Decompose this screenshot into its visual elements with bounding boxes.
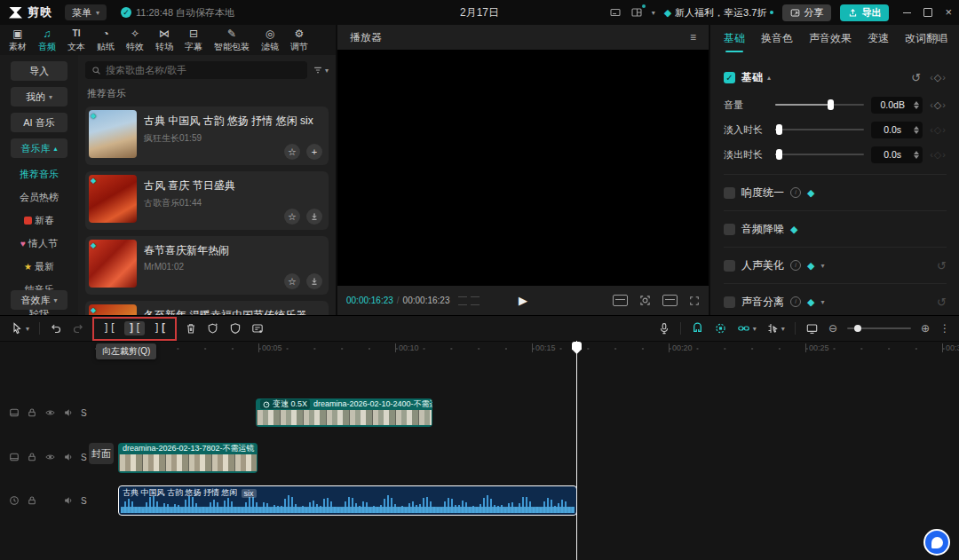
video-clip-overlay[interactable]: 变速 0.5X dreamina-2026-02-10-2400-不需运镜，微风… <box>256 398 432 427</box>
music-card[interactable]: ◆ 古典 中国风 古韵 悠扬 抒情 悠闲 six 疯狂生长01:59 ☆ + <box>85 106 329 165</box>
help-assistant-button[interactable] <box>923 529 950 556</box>
sidebar-mine-button[interactable]: 我的▾ <box>11 87 67 106</box>
voice-beautify-checkbox[interactable] <box>724 260 735 272</box>
tab-transitions[interactable]: ⋈转场 <box>155 28 173 53</box>
redo-button[interactable] <box>72 322 84 335</box>
auto-snap-button[interactable] <box>714 322 727 335</box>
minimize-button[interactable] <box>903 12 911 13</box>
chevron-down-icon[interactable]: ▾ <box>652 9 655 17</box>
eye-icon[interactable] <box>44 452 56 462</box>
voice-separation-checkbox[interactable] <box>724 296 735 308</box>
share-button[interactable]: 分享 <box>782 4 831 21</box>
keyframe-control[interactable]: ‹◇› <box>930 149 947 161</box>
speaker-icon[interactable] <box>63 407 74 418</box>
tab-effects[interactable]: ✧特效 <box>126 28 144 53</box>
sidebar-music-library-button[interactable]: 音乐库▴ <box>11 138 67 158</box>
focus-frame-icon[interactable] <box>639 295 651 306</box>
linkage-button[interactable]: ▾ <box>737 322 757 335</box>
speaker-icon[interactable] <box>63 495 74 506</box>
download-button[interactable] <box>306 273 322 289</box>
fullscreen-icon[interactable] <box>689 296 700 306</box>
stepper-icon[interactable] <box>914 126 923 134</box>
filter-button[interactable]: ▾ <box>313 65 329 75</box>
trim-left-button[interactable]: ][ <box>124 321 144 335</box>
fade-out-value[interactable]: 0.0s <box>871 146 923 163</box>
sidebar-sound-effects-button[interactable]: 音效库▾ <box>11 290 67 310</box>
select-tool-button[interactable]: ▾ <box>11 322 29 335</box>
info-icon[interactable]: i <box>790 260 801 271</box>
keyframe-control[interactable]: ‹◇› <box>930 99 947 111</box>
delete-button[interactable] <box>185 322 197 335</box>
reset-icon[interactable]: ↺ <box>911 71 921 84</box>
tab-stickers[interactable]: ◔贴纸 <box>97 28 115 53</box>
player-menu-icon[interactable]: ≡ <box>690 31 696 43</box>
volume-slider[interactable] <box>775 104 864 106</box>
stepper-icon[interactable] <box>914 101 923 109</box>
favorite-star-button[interactable]: ☆ <box>284 144 300 160</box>
preview-quality-icon[interactable] <box>613 295 628 306</box>
fade-in-slider[interactable] <box>775 129 864 130</box>
fade-in-value[interactable]: 0.0s <box>871 122 923 138</box>
inspector-tab-lyrics-cover[interactable]: 改词翻唱 <box>905 31 947 46</box>
tab-adjust[interactable]: ⚙调节 <box>290 28 308 53</box>
denoise-checkbox[interactable] <box>724 224 735 235</box>
lock-icon[interactable] <box>27 452 37 462</box>
project-title[interactable]: 2月17日 <box>460 5 499 20</box>
playhead[interactable] <box>576 341 577 560</box>
reset-icon[interactable]: ↺ <box>937 259 947 272</box>
maximize-button[interactable] <box>923 8 932 17</box>
lock-icon[interactable] <box>27 495 37 506</box>
export-button[interactable]: 导出 <box>840 4 889 21</box>
record-mic-button[interactable] <box>658 322 670 335</box>
subtitle-panel-icon[interactable] <box>609 6 622 19</box>
timeline-ruler[interactable]: 00:05 00:10 00:15 00:20 00:25 00:30 <box>89 341 959 356</box>
aspect-ratio-icon[interactable] <box>662 295 678 306</box>
menu-button[interactable]: 菜单 ▾ <box>65 4 107 20</box>
reset-icon[interactable]: ↺ <box>937 296 947 309</box>
mask-shield-button[interactable] <box>229 322 242 335</box>
loudness-checkbox[interactable] <box>724 187 735 199</box>
trim-right-button[interactable]: ][ <box>150 321 170 335</box>
sidebar-item-newest[interactable]: ★最新 <box>0 260 78 273</box>
keyframe-control[interactable]: ‹◇› <box>930 72 947 83</box>
basic-section-checkbox[interactable]: ✓ <box>724 72 735 83</box>
close-button[interactable]: × <box>945 8 952 17</box>
zoom-in-button[interactable]: ⊕ <box>921 322 930 335</box>
search-input[interactable]: 搜索歌曲名称/歌手 <box>85 61 307 79</box>
sidebar-item-member-hot[interactable]: 会员热榜 <box>0 191 78 204</box>
tab-smart-package[interactable]: ✎智能包装 <box>214 28 250 53</box>
trim-mode-button[interactable]: ▾ <box>766 322 785 335</box>
fade-out-slider[interactable] <box>775 154 864 155</box>
more-options-button[interactable]: ⋮ <box>939 322 950 335</box>
collapse-icon[interactable]: ▴ <box>767 74 771 82</box>
chevron-down-icon[interactable]: ▾ <box>820 298 824 306</box>
split-button[interactable]: ][ <box>99 321 119 335</box>
info-icon[interactable]: i <box>790 187 801 198</box>
timeline-zoom-slider[interactable] <box>847 327 911 329</box>
favorite-star-button[interactable]: ☆ <box>284 209 300 225</box>
sidebar-item-valentine[interactable]: ♥情人节 <box>0 237 78 250</box>
favorite-star-button[interactable]: ☆ <box>284 273 300 289</box>
stepper-icon[interactable] <box>914 151 923 159</box>
promo-banner[interactable]: ◆ 新人福利，幸运3.7折 <box>664 6 774 20</box>
sidebar-item-spring-festival[interactable]: 新春 <box>0 214 78 227</box>
inspector-tab-voice-change[interactable]: 换音色 <box>761 31 793 46</box>
layout-panels-icon[interactable] <box>630 6 643 19</box>
sidebar-ai-music-button[interactable]: AI 音乐 <box>11 113 67 132</box>
undo-button[interactable] <box>50 322 62 335</box>
volume-value[interactable]: 0.0dB <box>871 97 923 114</box>
music-card[interactable]: ◆ 古风 喜庆 节日盛典 古歌音乐01:44 ☆ <box>85 171 329 230</box>
keyframe-control[interactable]: ‹◇› <box>930 124 947 136</box>
edit-note-button[interactable] <box>251 322 264 335</box>
freeze-frame-button[interactable] <box>207 322 219 335</box>
music-card[interactable]: ◆ 冬至新年 温暖幸福中国节传统乐器 琥珀福斯01:52 <box>85 301 329 315</box>
tab-filters[interactable]: ◎滤镜 <box>261 28 279 53</box>
timeline-display-button[interactable] <box>805 322 819 335</box>
music-card[interactable]: ◆ 春节喜庆新年热闹 MrM01:02 ☆ <box>85 236 329 295</box>
solo-toggle[interactable]: S <box>81 453 87 462</box>
add-to-track-button[interactable]: + <box>306 144 322 160</box>
info-icon[interactable]: i <box>790 296 801 307</box>
tab-audio[interactable]: ♫音频 <box>38 28 56 53</box>
audio-clip[interactable]: 古典 中国风 古韵 悠扬 抒情 悠闲 six <box>118 485 577 516</box>
lock-icon[interactable] <box>27 407 37 418</box>
